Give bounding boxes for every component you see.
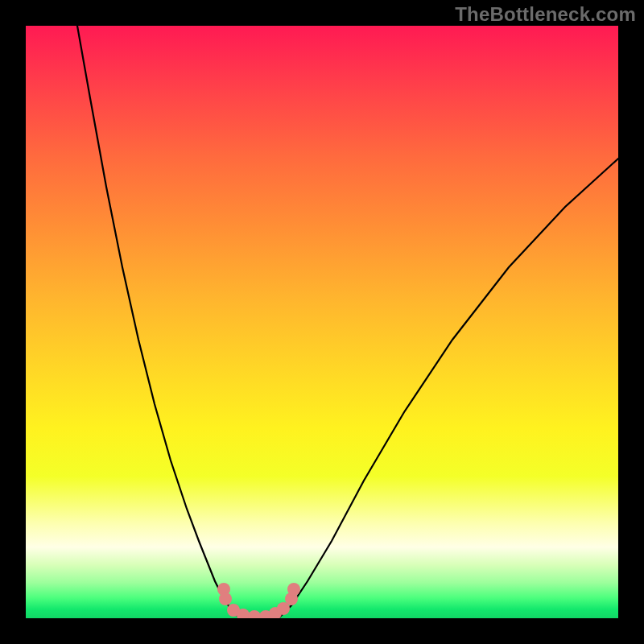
chart-container: TheBottleneck.com	[0, 0, 644, 644]
plot-area	[26, 26, 618, 618]
right-curve	[279, 159, 618, 617]
chart-svg	[26, 26, 618, 618]
curve-markers	[217, 583, 300, 618]
curve-marker	[219, 592, 232, 605]
curve-marker	[287, 583, 300, 596]
left-curve	[77, 26, 239, 617]
curve-marker	[248, 610, 261, 618]
watermark-label: TheBottleneck.com	[455, 3, 636, 26]
